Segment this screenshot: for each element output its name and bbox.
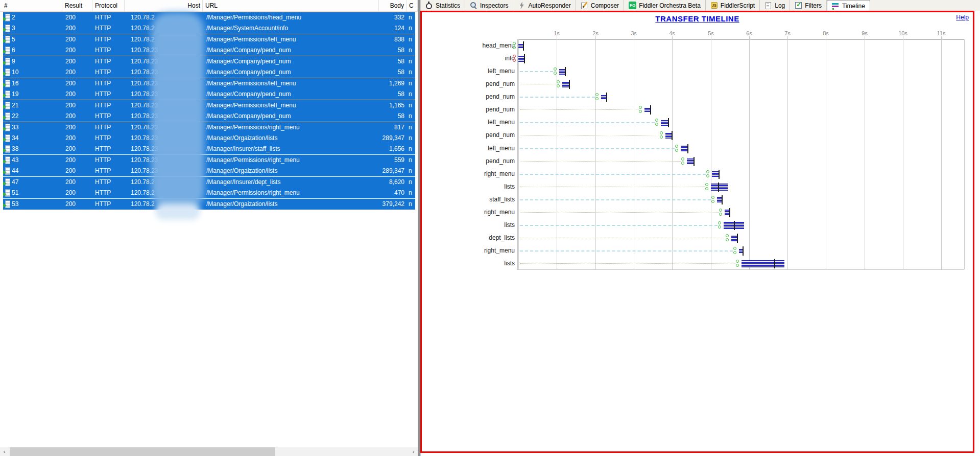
column-header-url[interactable]: URL xyxy=(203,0,379,11)
orchestra-icon xyxy=(629,2,636,9)
body-cell: 1,165 xyxy=(338,100,404,111)
column-header-[interactable]: # xyxy=(2,0,62,11)
timeline-bar[interactable] xyxy=(601,95,607,99)
tab-composer[interactable]: Composer xyxy=(576,0,624,11)
session-row[interactable]: 34200HTTP120.78.23/Manager/Orgaization/l… xyxy=(3,133,415,144)
column-header-protocol[interactable]: Protocol xyxy=(93,0,125,11)
column-header-body[interactable]: Body xyxy=(379,0,407,11)
session-id-cell: 53 xyxy=(12,199,58,210)
protocol-cell: HTTP xyxy=(95,144,123,154)
timeline-bar[interactable] xyxy=(687,158,694,164)
tab-filters[interactable]: Filters xyxy=(790,0,827,11)
tab-fiddler-orchestra-beta[interactable]: Fiddler Orchestra Beta xyxy=(624,0,706,11)
timeline-bar[interactable] xyxy=(518,44,523,48)
timeline-bar[interactable] xyxy=(725,210,729,215)
timeline-bar[interactable] xyxy=(661,120,668,126)
session-icon xyxy=(4,102,10,109)
horizontal-scrollbar[interactable]: ‹ › xyxy=(0,447,418,456)
result-cell: 200 xyxy=(65,177,90,188)
axis-tick-label: 10s xyxy=(898,30,907,36)
timeline-row-label: left_menu xyxy=(433,145,515,152)
timeline-leader-line xyxy=(520,97,595,98)
timeline-icon xyxy=(832,2,840,10)
axis-tick-label: 11s xyxy=(937,30,946,36)
result-cell: 200 xyxy=(65,166,90,176)
session-row[interactable]: 10200HTTP120.78.23/Manager/Company/pend_… xyxy=(3,67,415,78)
session-row[interactable]: 51200HTTP120.78.2/Manager/Permissions/ri… xyxy=(3,188,415,198)
session-icon xyxy=(4,124,10,131)
tab-timeline[interactable]: Timeline xyxy=(827,0,870,11)
timeline-bar[interactable] xyxy=(665,133,672,139)
plot-bottom-line xyxy=(517,269,964,270)
result-cell: 200 xyxy=(65,100,90,111)
protocol-cell: HTTP xyxy=(95,34,123,45)
body-cell: 289,347 xyxy=(338,133,404,144)
timeline-row-label: right_menu xyxy=(433,247,515,254)
session-marker-icon xyxy=(660,131,663,134)
session-marker-icon xyxy=(554,72,557,75)
timeline-complete-tick xyxy=(774,259,775,268)
session-row[interactable]: 3200HTTP120.78.2/Manager/SystemAccount/i… xyxy=(3,23,415,34)
timeline-bar[interactable] xyxy=(711,184,727,191)
protocol-cell: HTTP xyxy=(95,12,123,23)
timeline-bar[interactable] xyxy=(681,146,687,151)
session-row[interactable]: 33200HTTP120.78.23/Manager/Permissions/r… xyxy=(3,122,415,133)
timeline-bar[interactable] xyxy=(562,82,569,87)
timeline-leader-line xyxy=(520,199,711,200)
session-row[interactable]: 5200HTTP120.78.2/Manager/Permissions/lef… xyxy=(3,34,415,45)
session-icon xyxy=(4,14,10,21)
timeline-bar[interactable] xyxy=(742,260,784,267)
session-row[interactable]: 43200HTTP120.78.23/Manager/Permissions/r… xyxy=(3,155,415,166)
timeline-leader-line xyxy=(520,71,553,72)
tab-statistics[interactable]: Statistics xyxy=(421,0,465,11)
column-header-c[interactable]: C xyxy=(407,0,418,11)
timeline-bar[interactable] xyxy=(712,171,719,177)
protocol-cell: HTTP xyxy=(95,122,123,133)
tab-autoresponder[interactable]: AutoResponder xyxy=(513,0,576,11)
timeline-complete-tick xyxy=(729,208,730,217)
session-row[interactable]: 47200HTTP120.78.2/Manager/Insurer/dept_l… xyxy=(3,177,415,188)
scrollbar-left-arrow-icon[interactable]: ‹ xyxy=(0,447,9,456)
session-id-cell: 22 xyxy=(12,111,58,122)
log-icon xyxy=(764,2,772,9)
session-row[interactable]: 44200HTTP120.78.23/Manager/Orgaization/l… xyxy=(3,166,415,176)
session-row[interactable]: 21200HTTP120.78.23/Manager/Permissions/l… xyxy=(3,100,415,111)
tab-label: Filters xyxy=(805,2,822,9)
session-row[interactable]: 19200HTTP120.78.23/Manager/Company/pend_… xyxy=(3,89,415,100)
session-row[interactable]: 22200HTTP120.78.23/Manager/Company/pend_… xyxy=(3,111,415,122)
tab-inspectors[interactable]: Inspectors xyxy=(465,0,513,11)
timeline-bar[interactable] xyxy=(644,108,650,112)
timeline-complete-tick xyxy=(606,93,607,102)
protocol-cell: HTTP xyxy=(95,45,123,56)
session-marker-icon xyxy=(706,170,709,173)
result-cell: 200 xyxy=(65,12,90,23)
scrollbar-thumb[interactable] xyxy=(10,447,275,456)
result-cell: 200 xyxy=(65,34,90,45)
timeline-bar[interactable] xyxy=(731,236,737,241)
session-icon xyxy=(4,167,10,175)
axis-tick-label: 6s xyxy=(746,30,752,36)
timeline-complete-tick xyxy=(524,54,525,63)
session-row[interactable]: 16200HTTP120.78.23/Manager/Permissions/l… xyxy=(3,78,415,89)
timeline-bar[interactable] xyxy=(717,197,722,202)
session-row[interactable]: 6200HTTP120.78.23/Manager/Company/pend_n… xyxy=(3,45,415,56)
timeline-complete-tick xyxy=(737,234,738,243)
column-header-host[interactable]: Host xyxy=(125,0,203,11)
scrollbar-right-arrow-icon[interactable]: › xyxy=(409,447,418,456)
tab-fiddlerscript[interactable]: FiddlerScript xyxy=(706,0,760,11)
session-row[interactable]: 53200HTTP120.78.2/Manager/Orgaization/li… xyxy=(3,199,415,210)
session-row[interactable]: 9200HTTP120.78.23/Manager/Company/pend_n… xyxy=(3,56,415,67)
axis-tick-label: 3s xyxy=(631,30,637,36)
session-icon xyxy=(4,25,10,32)
session-row[interactable]: 38200HTTP120.78.23/Manager/Insurer/staff… xyxy=(3,144,415,154)
session-row[interactable]: 2200HTTP120.78.2/Manager/Permissions/hea… xyxy=(3,12,415,23)
timeline-bar[interactable] xyxy=(559,69,565,75)
protocol-cell: HTTP xyxy=(95,23,123,34)
timeline-complete-tick xyxy=(722,195,723,204)
timeline-complete-tick xyxy=(672,131,673,140)
body-cell: 559 xyxy=(338,155,404,166)
timeline-bar[interactable] xyxy=(518,56,524,62)
timeline-row-label: pend_num xyxy=(433,80,515,87)
tab-log[interactable]: Log xyxy=(760,0,790,11)
column-header-result[interactable]: Result xyxy=(63,0,92,11)
